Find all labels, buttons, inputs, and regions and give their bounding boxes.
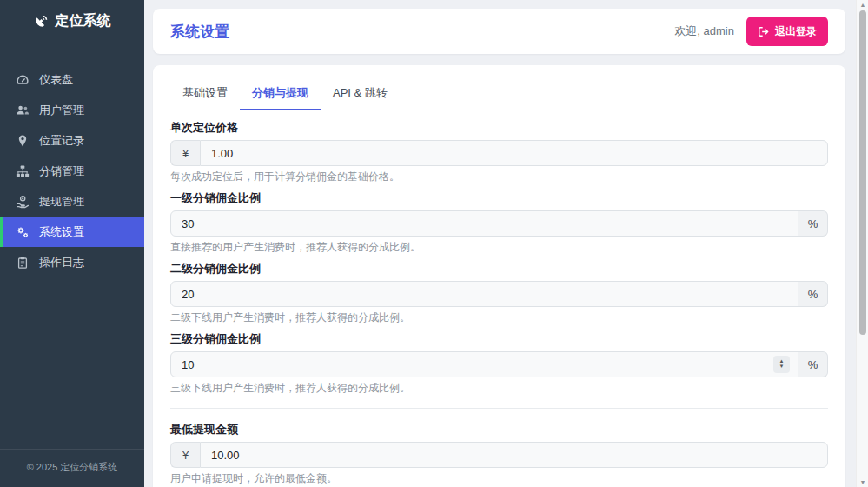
sidebar-item-label: 用户管理	[39, 103, 84, 118]
sidebar-item-location-records[interactable]: 位置记录	[0, 125, 144, 156]
field-help-text: 二级下线用户产生消费时，推荐人获得的分成比例。	[170, 311, 828, 324]
map-marker-icon	[16, 134, 30, 148]
level1-commission-input[interactable]	[170, 210, 798, 237]
scrollbar-down-arrow[interactable]: ▼	[857, 479, 868, 485]
field-label: 一级分销佣金比例	[170, 191, 828, 204]
spinner-down-icon: ▼	[779, 364, 785, 370]
field-level3-commission: 三级分销佣金比例 ▲▼ % 三级下线用户产生消费时，推荐人获得的分成比例。	[170, 332, 828, 394]
section-divider	[170, 408, 828, 409]
level3-commission-input[interactable]	[170, 351, 798, 377]
sidebar-item-label: 分销管理	[39, 163, 84, 179]
logout-button[interactable]: 退出登录	[746, 17, 828, 46]
sidebar-item-users[interactable]: 用户管理	[0, 95, 144, 125]
field-help-text: 每次成功定位后，用于计算分销佣金的基础价格。	[170, 170, 828, 183]
sign-out-icon	[758, 26, 769, 37]
gears-icon	[16, 225, 30, 239]
users-icon	[16, 103, 30, 117]
settings-tabs: 基础设置 分销与提现 API & 跳转	[170, 78, 828, 110]
currency-prefix: ¥	[170, 140, 200, 166]
sidebar-item-label: 提现管理	[39, 194, 84, 210]
brand-title: 定位系统	[56, 12, 111, 30]
brand: 定位系统	[0, 0, 144, 43]
min-withdrawal-amount-input[interactable]	[200, 442, 828, 468]
field-label: 单次定位价格	[170, 121, 828, 134]
logout-button-label: 退出登录	[775, 24, 817, 39]
number-spinner[interactable]: ▲▼	[773, 356, 790, 373]
field-help-text: 三级下线用户产生消费时，推荐人获得的分成比例。	[170, 382, 828, 394]
sidebar-item-dashboard[interactable]: 仪表盘	[0, 64, 144, 95]
main-area: 系统设置 欢迎, admin 退出登录 基础设置 分销与提现 API & 跳转 …	[144, 0, 856, 487]
sidebar-item-system-settings[interactable]: 系统设置	[0, 217, 144, 247]
sidebar-menu: 仪表盘 用户管理 位置记录 分销管理 提现管理	[0, 64, 144, 277]
field-min-withdrawal-amount: 最低提现金额 ¥ 用户申请提现时，允许的最低金额。	[170, 423, 828, 484]
hand-money-icon	[16, 195, 30, 209]
sitemap-icon	[16, 164, 30, 178]
settings-form: 单次定位价格 ¥ 每次成功定位后，用于计算分销佣金的基础价格。 一级分销佣金比例…	[170, 110, 828, 487]
level2-commission-input[interactable]	[170, 281, 798, 307]
page-header: 系统设置 欢迎, admin 退出登录	[153, 9, 845, 54]
scrollbar-up-arrow[interactable]: ▲	[857, 2, 868, 8]
sidebar-item-withdrawals[interactable]: 提现管理	[0, 186, 144, 217]
currency-prefix: ¥	[170, 442, 200, 468]
percent-suffix: %	[798, 210, 828, 237]
tachometer-icon	[16, 73, 30, 87]
field-label: 二级分销佣金比例	[170, 262, 828, 275]
single-location-price-input[interactable]	[200, 140, 828, 166]
settings-card: 基础设置 分销与提现 API & 跳转 单次定位价格 ¥ 每次成功定位后，用于计…	[153, 65, 845, 487]
input-group: ¥	[170, 442, 828, 468]
sidebar-item-label: 操作日志	[39, 255, 84, 270]
input-group: %	[170, 281, 828, 307]
clipboard-icon	[16, 256, 30, 270]
scrollbar-thumb[interactable]	[859, 10, 866, 335]
field-single-location-price: 单次定位价格 ¥ 每次成功定位后，用于计算分销佣金的基础价格。	[170, 121, 828, 183]
page-title: 系统设置	[170, 22, 229, 42]
percent-suffix: %	[798, 281, 828, 307]
sidebar-item-operation-logs[interactable]: 操作日志	[0, 247, 144, 277]
field-label: 三级分销佣金比例	[170, 332, 828, 345]
sidebar-item-distribution[interactable]: 分销管理	[0, 156, 144, 186]
tab-distribution-withdrawal[interactable]: 分销与提现	[240, 78, 321, 110]
welcome-text: 欢迎, admin	[674, 23, 734, 39]
field-label: 最低提现金额	[170, 423, 828, 436]
field-level1-commission: 一级分销佣金比例 % 直接推荐的用户产生消费时，推荐人获得的分成比例。	[170, 191, 828, 253]
sidebar: 定位系统 仪表盘 用户管理 位置记录 分销管理	[0, 0, 144, 487]
tab-basic-settings[interactable]: 基础设置	[170, 78, 240, 110]
vertical-scrollbar[interactable]: ▲ ▼	[856, 0, 868, 487]
input-group: ¥	[170, 140, 828, 166]
sidebar-item-label: 仪表盘	[39, 72, 73, 88]
header-right: 欢迎, admin 退出登录	[674, 17, 828, 46]
sidebar-item-label: 系统设置	[39, 224, 84, 240]
input-group: ▲▼ %	[170, 351, 828, 377]
input-group: %	[170, 210, 828, 237]
field-help-text: 直接推荐的用户产生消费时，推荐人获得的分成比例。	[170, 241, 828, 253]
field-help-text: 用户申请提现时，允许的最低金额。	[170, 472, 828, 484]
sidebar-footer-copyright: © 2025 定位分销系统	[0, 449, 144, 487]
sidebar-item-label: 位置记录	[39, 133, 84, 149]
satellite-dish-icon	[34, 14, 49, 29]
tab-api-redirect[interactable]: API & 跳转	[321, 78, 400, 110]
percent-suffix: %	[798, 351, 828, 377]
field-level2-commission: 二级分销佣金比例 % 二级下线用户产生消费时，推荐人获得的分成比例。	[170, 262, 828, 324]
